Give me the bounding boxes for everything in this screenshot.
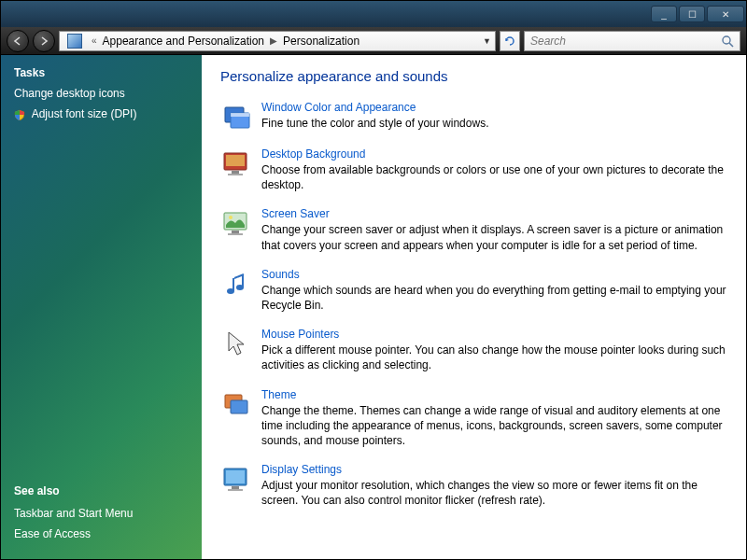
address-bar[interactable]: « Appearance and Personalization ▶ Perso… <box>59 31 496 51</box>
item-title[interactable]: Mouse Pointers <box>261 328 727 341</box>
sidebar: Tasks Change desktop icons Adjust font s… <box>1 55 202 559</box>
close-glyph: ✕ <box>722 9 729 20</box>
item-window-color: Window Color and Appearance Fine tune th… <box>220 101 727 133</box>
sidebar-link-taskbar-start[interactable]: Taskbar and Start Menu <box>14 507 189 520</box>
svg-rect-7 <box>232 171 239 174</box>
control-panel-window: _ ☐ ✕ « Appearance and Personalization ▶… <box>0 0 747 560</box>
sidebar-link-label: Change desktop icons <box>14 87 125 100</box>
sidebar-link-adjust-font-size[interactable]: Adjust font size (DPI) <box>14 107 189 120</box>
tasks-heading: Tasks <box>14 66 189 79</box>
svg-rect-4 <box>231 113 249 117</box>
seealso-heading: See also <box>14 484 189 497</box>
search-placeholder: Search <box>530 35 566 48</box>
item-screen-saver: Screen Saver Change your screen saver or… <box>220 207 727 252</box>
svg-rect-12 <box>228 233 243 235</box>
item-desc: Change which sounds are heard when you d… <box>261 283 727 313</box>
mouse-icon <box>220 328 252 359</box>
maximize-button[interactable]: ☐ <box>679 6 705 22</box>
item-title[interactable]: Window Color and Appearance <box>261 101 727 114</box>
sidebar-link-ease-of-access[interactable]: Ease of Access <box>14 527 189 540</box>
search-box[interactable]: Search <box>524 31 740 51</box>
back-button[interactable] <box>7 30 29 52</box>
item-desc: Choose from available backgrounds or col… <box>261 162 727 192</box>
item-sounds: Sounds Change which sounds are heard whe… <box>220 268 727 313</box>
crumb-prefix: « <box>92 35 97 46</box>
sidebar-link-label: Ease of Access <box>14 527 91 540</box>
chevron-right-icon: ▶ <box>270 35 277 46</box>
svg-rect-11 <box>232 231 239 233</box>
window-color-icon <box>220 101 252 133</box>
display-icon <box>220 463 252 495</box>
close-button[interactable]: ✕ <box>707 6 744 22</box>
shield-icon <box>14 109 25 120</box>
page-title: Personalize appearance and sounds <box>220 68 727 84</box>
item-title[interactable]: Sounds <box>261 268 727 281</box>
sidebar-link-label: Adjust font size (DPI) <box>32 107 137 120</box>
item-desc: Change your screen saver or adjust when … <box>261 222 727 252</box>
item-desc: Fine tune the color and style of your wi… <box>261 116 727 131</box>
item-desc: Adjust your monitor resolution, which ch… <box>261 478 727 508</box>
sidebar-link-change-desktop-icons[interactable]: Change desktop icons <box>14 87 189 100</box>
item-desktop-background: Desktop Background Choose from available… <box>220 147 727 192</box>
svg-rect-22 <box>228 489 243 491</box>
svg-rect-6 <box>226 155 245 166</box>
control-panel-icon <box>67 34 82 49</box>
svg-rect-8 <box>228 174 243 175</box>
refresh-icon <box>503 35 516 48</box>
svg-point-10 <box>229 216 233 219</box>
item-desc: Change the theme. Themes can change a wi… <box>261 403 727 449</box>
crumb-appearance[interactable]: Appearance and Personalization <box>103 35 264 48</box>
body: Tasks Change desktop icons Adjust font s… <box>1 55 746 559</box>
item-mouse-pointers: Mouse Pointers Pick a different mouse po… <box>220 328 727 372</box>
main-content: Personalize appearance and sounds Window… <box>202 55 746 559</box>
address-dropdown-icon[interactable]: ▼ <box>483 36 491 46</box>
svg-point-0 <box>723 36 730 44</box>
refresh-button[interactable] <box>500 31 520 51</box>
svg-rect-14 <box>233 278 234 291</box>
svg-rect-18 <box>231 400 247 413</box>
back-arrow-icon <box>13 36 22 46</box>
svg-line-1 <box>729 43 733 47</box>
titlebar: _ ☐ ✕ <box>1 1 746 27</box>
search-icon <box>721 35 734 48</box>
desktop-bg-icon <box>220 147 252 179</box>
crumb-personalization[interactable]: Personalization <box>283 35 359 48</box>
navbar: « Appearance and Personalization ▶ Perso… <box>1 27 746 55</box>
item-title[interactable]: Desktop Background <box>261 147 727 161</box>
minimize-button[interactable]: _ <box>651 6 677 22</box>
sounds-icon <box>220 268 252 300</box>
forward-arrow-icon <box>39 36 49 46</box>
item-display-settings: Display Settings Adjust your monitor res… <box>220 463 727 508</box>
theme-icon <box>220 388 252 420</box>
sidebar-link-label: Taskbar and Start Menu <box>14 507 133 520</box>
screensaver-icon <box>220 207 252 239</box>
item-desc: Pick a different mouse pointer. You can … <box>261 343 727 372</box>
minimize-glyph: _ <box>661 9 667 20</box>
svg-rect-16 <box>242 274 244 287</box>
item-title[interactable]: Theme <box>261 388 727 401</box>
maximize-glyph: ☐ <box>688 9 697 20</box>
item-title[interactable]: Display Settings <box>261 463 727 476</box>
item-title[interactable]: Screen Saver <box>261 207 727 220</box>
sidebar-spacer <box>14 128 189 484</box>
item-theme: Theme Change the theme. Themes can chang… <box>220 388 727 449</box>
svg-rect-20 <box>226 470 245 483</box>
svg-rect-21 <box>232 486 239 489</box>
forward-button[interactable] <box>33 30 55 52</box>
